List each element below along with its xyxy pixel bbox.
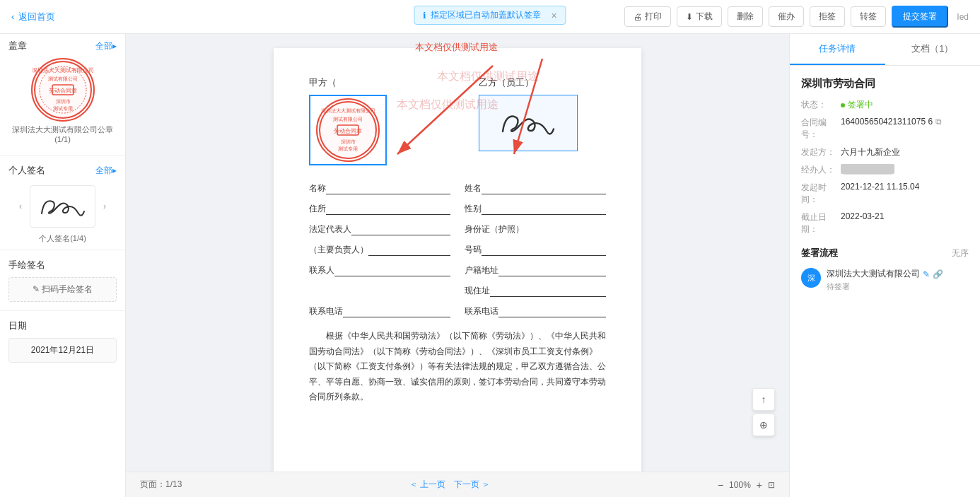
copy-contract-no-button[interactable]: ⧉: [935, 117, 942, 127]
flow-no-tag: 无序: [952, 247, 969, 259]
tab-document[interactable]: 文档（1）: [885, 34, 981, 65]
field-phone-b: 联系电话: [465, 305, 606, 320]
remind-label: 催办: [778, 11, 795, 23]
back-label: 返回首页: [18, 11, 55, 23]
divider-3: [0, 310, 125, 311]
field-address-a: 住所: [309, 203, 450, 218]
download-button[interactable]: ⬇ 下载: [677, 6, 722, 27]
field-legal-rep: 法定代表人: [309, 223, 450, 238]
forward-button[interactable]: 转签: [851, 6, 886, 27]
party-b-sig-svg: [489, 102, 567, 144]
page-info: 页面：1/13: [140, 479, 182, 491]
flow-section: 签署流程 无序 深 深圳法大大测试有限公司 ✎ 🔗 待签署: [801, 247, 969, 292]
field-id-num: 号码: [465, 244, 606, 259]
handwrite-scan-button[interactable]: ✎ 扫码手绘签名: [8, 277, 117, 302]
svg-text:劳动合同章: 劳动合同章: [49, 88, 77, 94]
prev-page-button[interactable]: ＜ 上一页: [409, 479, 445, 491]
contract-no-value: 164005650421311075 6 ⧉: [841, 117, 942, 127]
status-text: 签署中: [848, 99, 873, 111]
right-panel: 任务详情 文档（1） 深圳市劳动合同 状态： 签署中 合同编号： 1640056…: [789, 34, 980, 497]
nav-center: ＜ 上一页 下一页 ＞: [409, 479, 491, 491]
info-row-initiator: 发起方： 六月十九新企业: [801, 146, 969, 158]
download-icon: ⬇: [686, 12, 693, 22]
stamp-all-button[interactable]: 全部▸: [95, 40, 117, 52]
svg-text:测试有限公司: 测试有限公司: [48, 76, 78, 81]
handler-value: ████████: [841, 164, 894, 174]
stamp-caption: 深圳法大大测试有限公司公章(1/1): [8, 124, 117, 144]
sig-all-button[interactable]: 全部▸: [95, 165, 117, 177]
field-phone-a: 联系电话: [309, 305, 450, 320]
time-label: 发起时间：: [801, 182, 841, 206]
personal-sig-section: 个人签名 全部▸ ‹ › 个人签名(1/4): [0, 158, 125, 247]
date-value: 2021年12月21日: [8, 338, 117, 363]
flow-info: 深圳法大大测试有限公司 ✎ 🔗 待签署: [827, 268, 969, 292]
submit-button[interactable]: 提交签署: [892, 6, 948, 28]
field-current-addr: 现住址: [465, 285, 606, 300]
reject-button[interactable]: 拒签: [810, 6, 845, 27]
party-a-stamp-box[interactable]: 深圳法大大测试有限公司 测试有限公司 劳动合同章 深圳市 测试专用: [309, 95, 387, 165]
scroll-up-button[interactable]: ↑: [752, 388, 775, 411]
flow-item-1: 深 深圳法大大测试有限公司 ✎ 🔗 待签署: [801, 268, 969, 292]
fit-page-button[interactable]: ⊡: [768, 480, 775, 490]
flow-edit-icon[interactable]: ✎: [923, 269, 930, 279]
contract-title: 深圳市劳动合同: [801, 77, 969, 90]
flow-status: 待签署: [827, 281, 969, 292]
toolbar-actions: 🖨 打印 ⬇ 下载 删除 催办 拒签 转签 提交签署 Ied: [624, 6, 969, 28]
next-page-button[interactable]: 下一页 ＞: [454, 479, 490, 491]
fields-row-addr2: 现住址: [309, 285, 606, 300]
sig-header: 个人签名 全部▸: [8, 164, 117, 177]
svg-text:测试有限公司: 测试有限公司: [333, 117, 363, 122]
stamp-header: 盖章 全部▸: [8, 40, 117, 52]
print-button[interactable]: 🖨 打印: [624, 6, 671, 27]
party-a-col: 甲方（ 深圳法大大测试有限公司 测试有限公司 劳动合同章: [309, 76, 450, 171]
handwrite-section: 手绘签名 ✎ 扫码手绘签名: [0, 253, 125, 308]
stamp-section: 盖章 全部▸ 深圳法大大测试有限公司 测试有限公司 劳动合同章 深圳市 测试专用: [0, 34, 125, 152]
main-layout: 盖章 全部▸ 深圳法大大测试有限公司 测试有限公司 劳动合同章 深圳市 测试专用: [0, 34, 980, 497]
deadline-value: 2022-03-21: [841, 211, 884, 221]
status-label: 状态：: [801, 99, 841, 111]
svg-text:深圳法大大测试有限公司: 深圳法大大测试有限公司: [33, 67, 93, 74]
zoom-out-button[interactable]: −: [718, 479, 723, 491]
info-row-handler: 经办人： ████████: [801, 164, 969, 176]
tab-task-details[interactable]: 任务详情: [790, 34, 885, 65]
field-contact-a: 联系人: [309, 264, 450, 279]
party-b-label: 乙方（员工）: [479, 76, 534, 89]
svg-text:劳动合同章: 劳动合同章: [334, 128, 362, 134]
field-empty: [309, 285, 450, 300]
status-dot: [841, 103, 845, 107]
notice-bar: ℹ 指定区域已自动加盖默认签章 ×: [414, 6, 566, 25]
doc-paragraph-1: 根据《中华人民共和国劳动法》（以下简称《劳动法》）、《中华人民共和国劳动合同法》…: [309, 329, 606, 405]
field-gender: 性别: [465, 203, 606, 218]
company-stamp-circle[interactable]: 深圳法大大测试有限公司 测试有限公司 劳动合同章 深圳市 测试专用: [31, 58, 95, 122]
forward-label: 转签: [860, 11, 877, 23]
svg-text:深圳市: 深圳市: [55, 99, 70, 104]
company-stamp-item: 深圳法大大测试有限公司 测试有限公司 劳动合同章 深圳市 测试专用 深圳法大大测…: [8, 58, 117, 144]
personal-sig-caption: 个人签名(1/4): [8, 233, 117, 244]
back-button[interactable]: ‹ 返回首页: [11, 11, 55, 23]
carousel-next-button[interactable]: ›: [98, 200, 111, 213]
party-b-sig-box[interactable]: [479, 95, 578, 151]
notice-text: 指定区域已自动加盖默认签章: [431, 9, 541, 21]
scroll-target-button[interactable]: ⊕: [752, 414, 775, 436]
zoom-in-button[interactable]: +: [757, 479, 762, 491]
zoom-controls: − 100% + ⊡: [718, 479, 775, 491]
stamp-section-title: 盖章: [8, 40, 27, 52]
download-label: 下载: [696, 11, 713, 23]
doc-scroll[interactable]: 本文档仅供测试用途 本文档仅供测试用途 本文档仅供测试用途: [126, 34, 789, 472]
svg-text:深圳法大大测试有限公司: 深圳法大大测试有限公司: [321, 108, 375, 113]
flow-link-icon[interactable]: 🔗: [933, 269, 943, 279]
right-content: 深圳市劳动合同 状态： 签署中 合同编号： 164005650421311075…: [790, 66, 980, 303]
handler-label: 经办人：: [801, 164, 841, 176]
notice-close-button[interactable]: ×: [551, 10, 556, 21]
toolbar: ‹ 返回首页 ℹ 指定区域已自动加盖默认签章 × 🖨 打印 ⬇ 下载 删除 催办…: [0, 0, 980, 34]
carousel-prev-button[interactable]: ‹: [14, 200, 27, 213]
info-row-time: 发起时间： 2021-12-21 11.15.04: [801, 182, 969, 206]
svg-text:测试专用: 测试专用: [338, 146, 358, 152]
info-row-status: 状态： 签署中: [801, 99, 969, 111]
svg-text:测试专用: 测试专用: [53, 106, 73, 112]
user-tag: Ied: [957, 12, 969, 22]
delete-button[interactable]: 删除: [728, 6, 763, 27]
remind-button[interactable]: 催办: [769, 6, 804, 27]
fields-row-name: 名称 姓名: [309, 182, 606, 197]
scroll-buttons: ↑ ⊕: [752, 388, 775, 436]
